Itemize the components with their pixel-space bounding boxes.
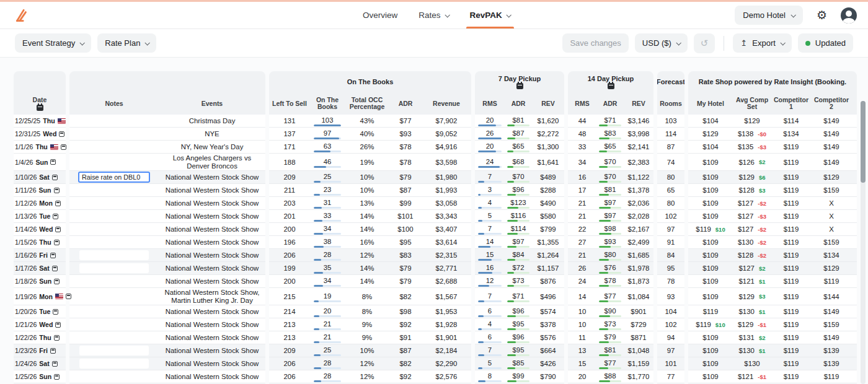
bar-value: $78 [604, 277, 616, 284]
column-header-date[interactable]: Date [14, 97, 66, 111]
column-header-v14[interactable]: REV [624, 100, 653, 107]
vertical-scrollbar[interactable] [861, 101, 866, 384]
table-row[interactable]: 1/1/26 ThuNY, New Year's Day1716326%$78$… [0, 141, 868, 154]
table-row[interactable]: 1/11/26 SunNational Western Stock Show21… [0, 184, 868, 197]
calendar-icon[interactable] [53, 309, 58, 315]
table-row[interactable]: 1/4/26 SunLos Angeles Chargers vs Denver… [0, 154, 868, 171]
table-row[interactable]: 1/24/26 SatNational Western Stock Show20… [0, 357, 868, 370]
column-header-rev[interactable]: Revenue [422, 100, 471, 107]
column-header-a14[interactable]: ADR [596, 100, 624, 107]
table-row[interactable]: 1/25/26 SunNational Western Stock Show20… [0, 370, 868, 383]
currency-dropdown[interactable]: USD ($) [635, 33, 688, 53]
calendar-icon[interactable] [61, 144, 66, 150]
column-header-rooms[interactable]: Rooms [657, 100, 684, 107]
cell-value: 11 [578, 334, 586, 341]
vertical-scrollbar-thumb[interactable] [861, 101, 866, 183]
cell-value: $78 [399, 143, 411, 151]
bar-track [478, 367, 502, 369]
calendar-icon[interactable] [66, 294, 71, 299]
value-with-bar: $72 [507, 263, 529, 274]
table-row[interactable]: 1/17/26 SatNational Western Stock Show19… [0, 262, 868, 275]
lighthouse-logo[interactable] [12, 6, 31, 25]
note-input[interactable] [78, 172, 150, 183]
table-row[interactable]: 1/16/26 FriNational Western Stock Show20… [0, 249, 868, 262]
cell-otb: 20 [310, 305, 345, 318]
table-row[interactable]: 1/20/26 TueNational Western Stock Show21… [0, 305, 868, 318]
cell-events: NYE [159, 128, 265, 141]
column-header-r14[interactable]: RMS [568, 100, 596, 107]
calendar-icon[interactable] [54, 279, 60, 284]
table-row[interactable]: 1/10/26 SatNational Western Stock Show20… [0, 171, 868, 184]
gear-icon[interactable]: ⚙ [817, 9, 827, 21]
column-header-my[interactable]: My Hotel [688, 100, 733, 107]
value-with-bar: $77 [599, 291, 621, 302]
column-header-c2[interactable]: Competitor 2 [811, 97, 852, 110]
cell-value: 211 [284, 186, 295, 194]
event-strategy-dropdown[interactable]: Event Strategy [15, 33, 91, 53]
hotel-selector[interactable]: Demo Hotel [735, 6, 803, 25]
calendar-icon[interactable] [52, 175, 58, 180]
column-header-otb[interactable]: On The Books [310, 97, 345, 110]
cell-v7: $876 [532, 275, 564, 288]
calendar-icon[interactable] [50, 253, 56, 258]
cell-r7: 4 [475, 197, 505, 210]
note-input[interactable] [79, 250, 149, 260]
table-row[interactable]: 1/13/26 TueNational Western Stock Show20… [0, 210, 868, 223]
calendar-icon[interactable] [52, 266, 58, 271]
user-avatar-icon[interactable] [841, 7, 857, 24]
rate-plan-dropdown[interactable]: Rate Plan [97, 33, 156, 53]
restore-icon[interactable]: ↺ [694, 33, 715, 53]
column-header-c1[interactable]: Competitor 1 [771, 97, 811, 110]
export-button[interactable]: ↥Export [733, 33, 791, 53]
table-row[interactable]: 12/25/25 ThuChristmas Day13110343%$77$7,… [0, 115, 868, 128]
nav-overview[interactable]: Overview [363, 2, 397, 28]
date-label: 1/4/26 Sun [15, 159, 48, 166]
table-row[interactable]: 1/15/26 ThuNational Western Stock Show19… [0, 236, 868, 249]
event-label: NYE [205, 130, 219, 138]
nav-rates[interactable]: Rates [418, 2, 448, 28]
table-row[interactable]: 1/19/26 MonNational Western Stock Show, … [0, 288, 868, 305]
calendar-icon[interactable] [50, 348, 56, 354]
cell-value: 16 [578, 173, 587, 181]
column-header-a7[interactable]: ADR [505, 100, 532, 107]
cell-a14: $97 [596, 210, 624, 223]
nav-revpak[interactable]: RevPAK [470, 2, 510, 28]
bar-track [478, 380, 502, 382]
column-header-lts[interactable]: Left To Sell [269, 100, 310, 107]
bar-track [599, 285, 621, 287]
note-input[interactable] [79, 263, 149, 273]
column-header-notes[interactable]: Notes [69, 100, 159, 107]
calendar-icon[interactable] [54, 240, 60, 245]
calendar-icon[interactable] [53, 214, 58, 219]
column-header-ac[interactable]: Avg Comp Set [733, 97, 771, 110]
table-row[interactable]: 12/31/25 WedNYE1379740%$93$9,05226$87$2,… [0, 128, 868, 141]
cell-value: $576 [540, 334, 556, 341]
column-header-r7[interactable]: RMS [475, 100, 505, 107]
calendar-icon[interactable] [55, 201, 61, 206]
calendar-icon[interactable] [50, 159, 56, 165]
bar-track [599, 367, 621, 369]
calendar-icon[interactable] [54, 335, 60, 341]
table-row[interactable]: 1/22/26 ThuNational Western Stock Show21… [0, 331, 868, 344]
column-header-events[interactable]: Events [159, 100, 265, 107]
table-row[interactable]: 1/18/26 SunNational Western Stock Show20… [0, 275, 868, 288]
cell-value: $119 [784, 251, 799, 259]
table-row[interactable]: 1/12/26 MonNational Western Stock Show20… [0, 197, 868, 210]
cell-lts: 206 [269, 370, 310, 383]
column-header-v7[interactable]: REV [532, 100, 564, 107]
column-header-adr[interactable]: ADR [389, 100, 422, 107]
table-row[interactable]: 1/23/26 FriNational Western Stock Show20… [0, 344, 868, 357]
save-changes-button[interactable]: Save changes [562, 33, 628, 53]
calendar-icon[interactable] [54, 374, 60, 380]
calendar-icon[interactable] [55, 322, 61, 328]
table-row[interactable]: 1/21/26 WedNational Western Stock Show21… [0, 318, 868, 331]
table-row[interactable]: 1/14/26 WedNational Western Stock Show20… [0, 223, 868, 236]
column-header-occ[interactable]: Total OCC Percentage [345, 97, 389, 110]
calendar-icon[interactable] [59, 131, 64, 137]
calendar-icon[interactable] [52, 361, 58, 367]
note-input[interactable] [79, 346, 149, 356]
note-input[interactable] [79, 359, 149, 369]
calendar-icon[interactable] [54, 188, 60, 193]
calendar-icon[interactable] [55, 227, 61, 232]
bar-fill [507, 380, 516, 382]
